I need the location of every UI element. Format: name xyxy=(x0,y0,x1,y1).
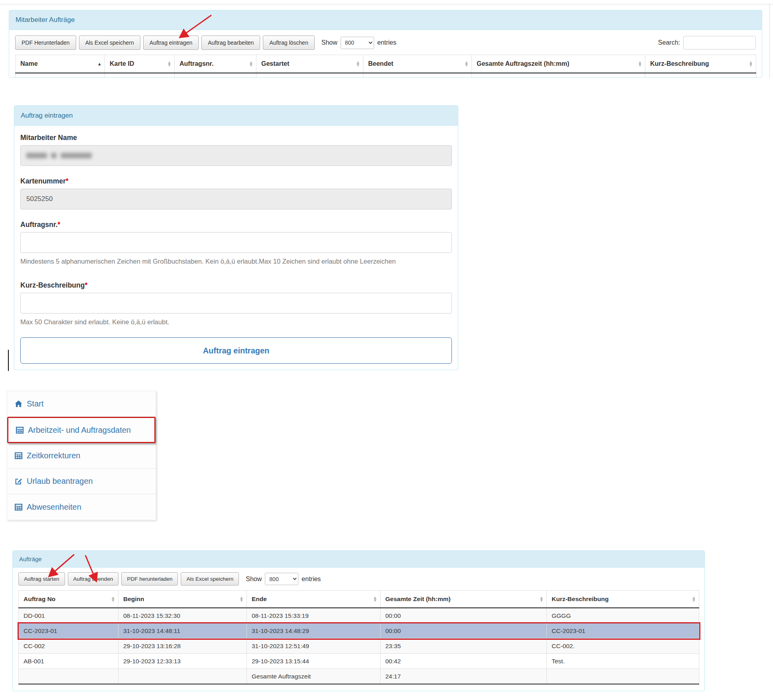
column-header-karte-id[interactable]: Karte ID ▲▼ xyxy=(105,55,175,73)
sort-icon: ▲▼ xyxy=(692,596,696,602)
sort-icon: ▲▼ xyxy=(239,596,244,602)
employee-orders-panel: Mitarbeiter Aufträge PDF Herunterladen A… xyxy=(9,10,762,78)
pdf-download-button[interactable]: PDF Herunterladen xyxy=(15,35,76,50)
blurred-name-value xyxy=(26,146,446,166)
sort-asc-icon: ▲ xyxy=(97,63,102,65)
short-description-field[interactable] xyxy=(20,293,452,314)
sidebar-item-arbeitzeit-und-auftragsdaten[interactable]: Arbeitzeit- und Auftragsdaten xyxy=(7,417,156,443)
column-header-gesamte-zeit[interactable]: Gesamte Zeit (hh:mm) ▲▼ xyxy=(381,591,547,608)
table-icon xyxy=(14,503,23,511)
panel-title: Aufträge xyxy=(19,556,42,562)
search-label: Search: xyxy=(658,39,680,46)
column-header-beginn[interactable]: Beginn ▲▼ xyxy=(118,591,247,608)
toolbar: PDF Herunterladen Als Excel speichern Au… xyxy=(15,35,756,50)
sort-icon: ▲▼ xyxy=(111,596,115,602)
column-header-auftrag-no[interactable]: Auftrag No ▲▼ xyxy=(19,591,118,608)
column-header-beendet[interactable]: Beendet ▲▼ xyxy=(363,55,472,73)
sort-icon: ▲▼ xyxy=(167,61,172,67)
search-input[interactable] xyxy=(683,36,756,49)
submit-order-button[interactable]: Auftrag eintragen xyxy=(20,337,452,364)
edit-order-button[interactable]: Auftrag bearbeiten xyxy=(201,35,260,50)
column-header-gestartet[interactable]: Gestartet ▲▼ xyxy=(256,55,363,73)
home-icon xyxy=(14,400,23,408)
order-number-field[interactable] xyxy=(20,232,452,253)
entries-label: entries xyxy=(302,576,321,583)
save-as-excel-button[interactable]: Als Excel speichern xyxy=(181,572,239,586)
sidebar-item-zeitkorrekturen[interactable]: Zeitkorrekturen xyxy=(7,443,156,469)
column-header-kurz-beschreibung[interactable]: Kurz-Beschreibung ▲▼ xyxy=(645,55,756,73)
required-marker: * xyxy=(85,281,87,289)
panel-title: Auftrag eintragen xyxy=(21,112,73,120)
panel-heading: Aufträge xyxy=(13,551,704,568)
table-icon xyxy=(14,452,23,460)
required-marker: * xyxy=(57,221,60,229)
start-order-button[interactable]: Auftrag starten xyxy=(18,572,65,586)
card-number-label: Kartenummer* xyxy=(20,177,452,185)
delete-order-button[interactable]: Auftrag löschen xyxy=(263,35,314,50)
column-header-kurz-beschreibung[interactable]: Kurz-Beschreibung ▲▼ xyxy=(547,591,699,608)
column-header-gesamte-auftragszeit[interactable]: Gesamte Auftragszeit (hh:mm) ▲▼ xyxy=(472,55,645,73)
column-header-auftragsnr[interactable]: Auftragsnr. ▲▼ xyxy=(175,55,256,73)
sort-icon: ▲▼ xyxy=(356,61,360,67)
order-row-dd-001[interactable]: DD-001 08-11-2023 15:32:30 08-11-2023 15… xyxy=(19,608,699,623)
page-length-select[interactable]: 800 xyxy=(265,573,298,585)
required-marker: * xyxy=(66,177,69,185)
page-length-select[interactable]: 800 xyxy=(341,37,374,49)
card-number-field[interactable] xyxy=(20,189,452,209)
column-header-name[interactable]: Name ▲ xyxy=(16,55,105,73)
sort-icon: ▲▼ xyxy=(373,596,377,602)
sidebar-item-abwesenheiten[interactable]: Abwesenheiten xyxy=(7,494,156,520)
edit-icon xyxy=(14,477,23,485)
panel-title: Mitarbeiter Aufträge xyxy=(16,16,75,24)
add-order-button[interactable]: Auftrag eintragen xyxy=(143,35,199,50)
column-header-ende[interactable]: Ende ▲▼ xyxy=(247,591,381,608)
entries-label: entries xyxy=(377,39,396,46)
orders-table: Auftrag No ▲▼ Beginn ▲▼ Ende ▲▼ Gesamte … xyxy=(18,590,699,684)
total-row: Gesamte Auftragszeit 24:17 xyxy=(19,669,699,684)
order-row-ab-001[interactable]: AB-001 29-10-2023 12:33:13 29-10-2023 13… xyxy=(19,654,699,669)
panel-heading: Mitarbeiter Aufträge xyxy=(9,10,762,30)
table-row xyxy=(16,73,756,78)
right-edge-divider xyxy=(769,4,770,78)
toolbar: Auftrag starten Auftrag beenden PDF heru… xyxy=(18,572,699,586)
sort-icon: ▲▼ xyxy=(638,61,642,67)
save-as-excel-button[interactable]: Als Excel speichern xyxy=(79,35,140,50)
cursor-artifact xyxy=(8,350,9,371)
sort-icon: ▲▼ xyxy=(464,61,469,67)
panel-heading: Auftrag eintragen xyxy=(14,106,458,126)
sort-icon: ▲▼ xyxy=(539,596,544,602)
show-label: Show xyxy=(246,576,262,583)
employee-name-label: Mitarbeiter Name xyxy=(20,134,452,142)
order-form-panel: Auftrag eintragen Mitarbeiter Name Karte… xyxy=(14,105,458,370)
sort-icon: ▲▼ xyxy=(749,61,753,67)
show-label: Show xyxy=(321,39,337,46)
top-divider xyxy=(0,4,773,4)
table-icon xyxy=(16,426,24,434)
order-number-label: Auftragsnr.* xyxy=(20,221,452,229)
employee-orders-table: Name ▲ Karte ID ▲▼ Auftragsnr. ▲▼ Gestar… xyxy=(15,55,756,78)
short-description-hint: Max 50 Charakter sind erlaubt. Keine ö,ä… xyxy=(20,317,452,327)
sidebar-item-urlaub-beantragen[interactable]: Urlaub beantragen xyxy=(7,469,156,494)
pdf-download-button[interactable]: PDF herunterladen xyxy=(121,572,178,586)
end-order-button[interactable]: Auftrag beenden xyxy=(68,572,119,586)
order-number-hint: Mindestens 5 alphanumerischen Zeichen mi… xyxy=(20,256,431,267)
sidebar: Start Arbeitzeit- und Auftragsdaten Zeit… xyxy=(7,391,156,520)
employee-name-field[interactable] xyxy=(20,145,452,166)
order-row-cc-2023-01-selected[interactable]: CC-2023-01 31-10-2023 14:48:11 31-10-202… xyxy=(19,623,699,639)
sidebar-item-start[interactable]: Start xyxy=(7,391,156,417)
short-description-label: Kurz-Beschreibung* xyxy=(20,281,452,290)
sort-icon: ▲▼ xyxy=(249,61,253,67)
order-row-cc-002[interactable]: CC-002 29-10-2023 13:16:28 31-10-2023 12… xyxy=(19,639,699,654)
orders-panel: Aufträge Auftrag starten Auftrag beenden… xyxy=(12,550,705,691)
